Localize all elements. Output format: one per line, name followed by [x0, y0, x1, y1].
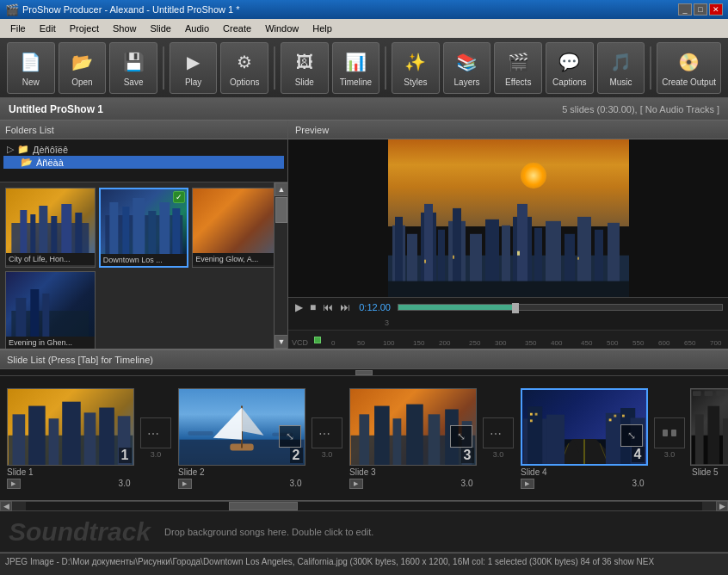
- vcd-indicator: [314, 337, 321, 343]
- play-button[interactable]: ▶ Play: [170, 42, 218, 94]
- slide-thumb-1[interactable]: 1: [7, 388, 134, 466]
- menu-project[interactable]: Project: [63, 22, 106, 35]
- slide-play-button-3[interactable]: ▶: [349, 479, 363, 489]
- time-display: 0:12.00: [359, 302, 391, 312]
- create-output-button[interactable]: 📀 Create Output: [657, 42, 721, 94]
- styles-button[interactable]: ✨ Styles: [392, 42, 440, 94]
- svg-rect-2: [30, 214, 35, 253]
- folder-item-sub[interactable]: 📂 Àñëàà: [3, 156, 284, 169]
- slide-button[interactable]: 🖼 Slide: [281, 42, 329, 94]
- slide-play-button-2[interactable]: ▶: [178, 479, 192, 489]
- file-thumb-2[interactable]: ✓ Downtown Los ...: [99, 188, 189, 268]
- slide-thumb-2[interactable]: ⤡ 2: [178, 388, 305, 466]
- soundtrack-area: Soundtrack Drop background songs here. D…: [0, 511, 728, 553]
- svg-rect-6: [75, 213, 82, 253]
- effects-button[interactable]: 🎬 Effects: [494, 42, 542, 94]
- timeline-button[interactable]: 📊 Timeline: [332, 42, 380, 94]
- slide-label-4: Slide 4: [517, 467, 547, 477]
- menu-audio[interactable]: Audio: [178, 22, 216, 35]
- slide-icon: 🖼: [291, 48, 318, 76]
- svg-rect-8: [109, 202, 118, 254]
- toolbar-separator-3: [385, 46, 386, 90]
- hscroll-right-button[interactable]: ▶: [716, 501, 728, 511]
- menu-create[interactable]: Create: [216, 22, 258, 35]
- hscroll-track: [26, 502, 702, 510]
- transition-icon-1[interactable]: ⋯: [140, 417, 171, 448]
- transition-1: ⋯ 3.0: [139, 417, 173, 459]
- svg-rect-76: [527, 406, 542, 464]
- transition-icon-3[interactable]: ⋯: [483, 417, 514, 448]
- preview-image: [388, 139, 629, 297]
- music-button[interactable]: 🎵 Music: [597, 42, 645, 94]
- toolbar: 📄 New 📂 Open 💾 Save ▶ Play ⚙ Options 🖼 S…: [0, 38, 728, 98]
- timeline-ruler: VCD 0 50 100 150 200 250 300 350 400 450…: [288, 330, 728, 349]
- slide-thumb-5[interactable]: 🎞 5: [690, 388, 728, 466]
- svg-rect-13: [172, 208, 180, 254]
- svg-rect-90: [695, 414, 704, 464]
- menu-edit[interactable]: Edit: [33, 22, 63, 35]
- new-button[interactable]: 📄 New: [7, 42, 55, 94]
- slide-number-4: 4: [632, 447, 645, 462]
- slide-play-button-1[interactable]: ▶: [7, 479, 21, 489]
- menu-show[interactable]: Show: [106, 22, 144, 35]
- svg-rect-62: [374, 405, 390, 464]
- menu-help[interactable]: Help: [305, 22, 339, 35]
- timeline-scroll-thumb[interactable]: [355, 370, 373, 375]
- file-thumb-1[interactable]: City of Life, Hon...: [5, 188, 96, 268]
- scroll-thumb[interactable]: [275, 197, 287, 223]
- progress-bar[interactable]: [398, 304, 723, 311]
- minimize-button[interactable]: _: [678, 3, 692, 15]
- transition-icon-2[interactable]: ⋯: [312, 417, 342, 448]
- maximize-button[interactable]: □: [694, 3, 707, 15]
- toolbar-separator-2: [274, 46, 275, 90]
- svg-rect-64: [406, 404, 423, 464]
- svg-rect-61: [359, 414, 369, 465]
- svg-rect-16: [30, 289, 39, 337]
- window-title: 🎬 ProShow Producer - Alexand - Untitled …: [5, 3, 240, 16]
- menu-window[interactable]: Window: [258, 22, 305, 35]
- folder-open-icon: 📂: [21, 157, 33, 168]
- slide-thumb-3[interactable]: ⤡ 3: [349, 388, 477, 466]
- hscroll-left-button[interactable]: ◀: [0, 501, 12, 511]
- progress-marker[interactable]: [512, 303, 519, 313]
- svg-rect-83: [529, 419, 532, 422]
- hscroll-thumb[interactable]: [229, 502, 298, 510]
- next-ctrl-button[interactable]: ⏭: [338, 301, 352, 313]
- options-icon: ⚙: [231, 48, 258, 76]
- folder-item[interactable]: ▷ 📁 Дèñôîëê: [3, 143, 284, 156]
- close-button[interactable]: ✕: [709, 3, 723, 15]
- new-icon: 📄: [17, 48, 45, 76]
- options-button[interactable]: ⚙ Options: [220, 42, 268, 94]
- slide-duration-3: 3.0: [461, 479, 473, 488]
- scroll-up-button[interactable]: ▲: [275, 182, 287, 196]
- toolbar-separator-4: [650, 46, 651, 90]
- scroll-down-button[interactable]: ▼: [275, 335, 287, 349]
- menu-file[interactable]: File: [3, 22, 33, 35]
- file-scrollbar[interactable]: ▲ ▼: [274, 182, 287, 349]
- save-button[interactable]: 💾 Save: [109, 42, 157, 94]
- music-icon: 🎵: [607, 48, 634, 76]
- slide-play-button-4[interactable]: ▶: [521, 479, 534, 489]
- svg-rect-42: [577, 257, 579, 259]
- slide-list-scrollbar[interactable]: ◀ ▶: [0, 501, 728, 511]
- file-thumb-4[interactable]: Evening in Ghen...: [5, 271, 96, 349]
- layers-icon: 📚: [453, 48, 481, 76]
- captions-button[interactable]: 💬 Captions: [546, 42, 594, 94]
- stop-ctrl-button[interactable]: ■: [308, 301, 318, 313]
- slide-item-1: 1 Slide 1 ▶ 3.0: [3, 388, 137, 489]
- captions-icon: 💬: [556, 48, 583, 76]
- svg-rect-10: [133, 198, 145, 254]
- expand-icon: ▷: [7, 144, 14, 155]
- open-button[interactable]: 📂 Open: [59, 42, 107, 94]
- slide-thumb-4[interactable]: ⤡ 4: [521, 388, 648, 466]
- layers-button[interactable]: 📚 Layers: [443, 42, 491, 94]
- folder-tree[interactable]: ▷ 📁 Дèñôîëê 📂 Àñëàà: [0, 139, 287, 182]
- transition-icon-4[interactable]: [654, 417, 685, 448]
- window-controls[interactable]: _ □ ✕: [678, 3, 723, 15]
- play-ctrl-button[interactable]: ▶: [293, 301, 305, 313]
- svg-rect-47: [62, 401, 81, 464]
- prev-ctrl-button[interactable]: ⏮: [321, 301, 335, 313]
- menu-slide[interactable]: Slide: [143, 22, 177, 35]
- file-thumb-3[interactable]: Evening Glow, A...: [192, 188, 282, 268]
- slide-item-4: ⤡ 4 Slide 4 ▶ 3.0: [517, 388, 651, 489]
